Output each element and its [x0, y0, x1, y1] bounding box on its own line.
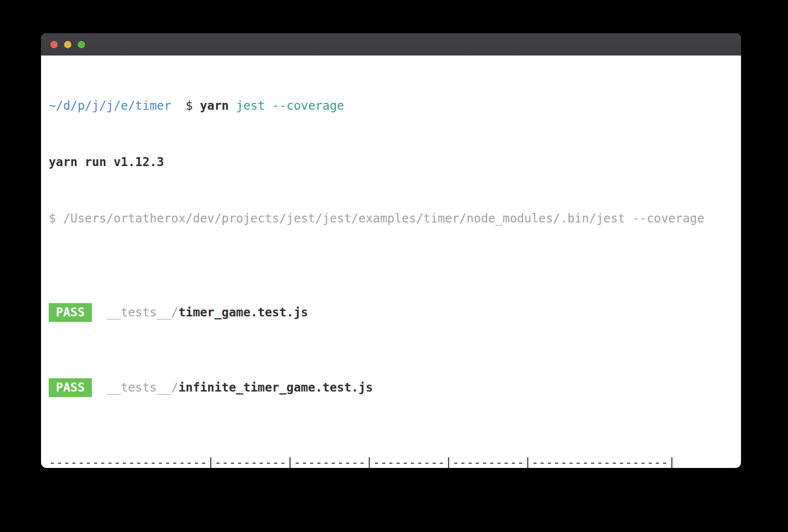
zoom-window-icon[interactable]	[78, 41, 85, 48]
minimize-window-icon[interactable]	[64, 41, 71, 48]
test-file-name: infinite_timer_game.test.js	[178, 380, 373, 395]
yarn-version-line: yarn run v1.12.3	[49, 153, 732, 172]
prompt-command-args: jest --coverage	[229, 99, 344, 113]
test-dir: __tests__/	[106, 305, 179, 319]
terminal-content[interactable]: ~/d/p/j/j/e/timer $ yarn jest --coverage…	[41, 56, 741, 468]
test-file-name: timer_game.test.js	[178, 305, 308, 319]
window-titlebar[interactable]	[41, 33, 741, 56]
prompt-line: ~/d/p/j/j/e/timer $ yarn jest --coverage	[49, 96, 732, 115]
pass-badge: PASS	[49, 303, 92, 322]
close-window-icon[interactable]	[50, 41, 58, 48]
test-result-line: PASS__tests__/timer_game.test.js	[49, 303, 732, 322]
test-dir: __tests__/	[106, 380, 179, 395]
test-results-list: PASS__tests__/timer_game.test.js PASS__t…	[49, 266, 732, 416]
coverage-table: ----------------------|----------|------…	[49, 453, 732, 468]
resolved-command-line: $ /Users/ortatherox/dev/projects/jest/je…	[49, 209, 732, 228]
terminal-window: ~/d/p/j/j/e/timer $ yarn jest --coverage…	[41, 33, 741, 468]
test-result-line: PASS__tests__/infinite_timer_game.test.j…	[49, 378, 732, 397]
prompt-command-program: yarn	[200, 99, 229, 113]
prompt-dollar-sign: $	[171, 99, 200, 113]
pass-badge: PASS	[49, 378, 92, 397]
coverage-table-border: ----------------------|----------|------…	[49, 453, 732, 468]
prompt-path: ~/d/p/j/j/e/timer	[49, 99, 171, 113]
